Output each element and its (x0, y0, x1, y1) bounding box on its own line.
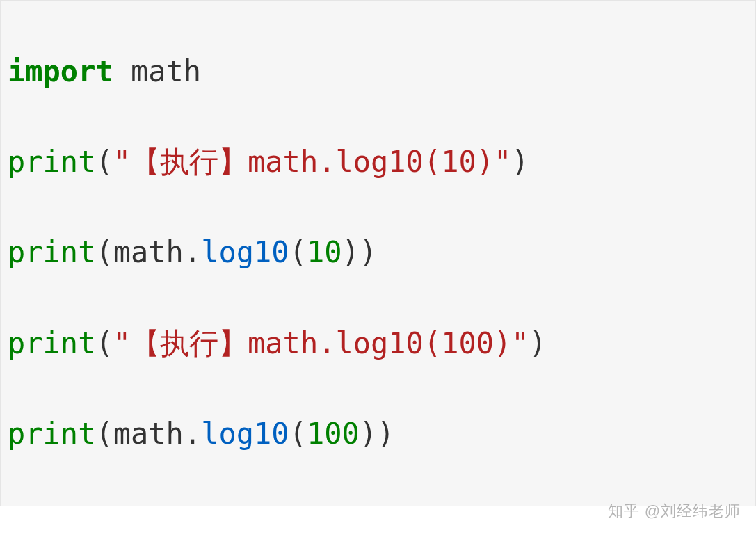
module-ref: math (113, 417, 184, 451)
paren-close: ) (511, 145, 529, 179)
paren-close: ) (342, 235, 360, 269)
paren-open: ( (95, 417, 113, 451)
code-line-1: import math (8, 49, 748, 94)
output-block: 【执行】math.log10(10) 1.0 【执行】math.log10(10… (0, 506, 756, 537)
paren-open: ( (95, 235, 113, 269)
string-literal: "【执行】math.log10(10)" (113, 145, 512, 179)
fn-print: print (8, 235, 95, 269)
dot: . (184, 235, 201, 269)
method-name: log10 (201, 417, 289, 451)
code-line-2: print("【执行】math.log10(10)") (8, 139, 748, 184)
code-line-3: print(math.log10(10)) (8, 230, 748, 275)
paren-close: ) (529, 326, 547, 360)
paren-close: ) (360, 235, 377, 269)
paren-open: ( (95, 145, 113, 179)
fn-print: print (8, 326, 95, 360)
method-name: log10 (201, 235, 289, 269)
number-literal: 10 (307, 235, 342, 269)
dot: . (184, 417, 201, 451)
number-literal: 100 (307, 417, 360, 451)
paren-open: ( (289, 417, 307, 451)
module-name: math (131, 54, 201, 88)
paren-close: ) (377, 417, 394, 451)
code-line-5: print(math.log10(100)) (8, 411, 748, 456)
keyword-import: import (8, 54, 113, 88)
fn-print: print (8, 145, 95, 179)
module-ref: math (113, 235, 184, 269)
paren-open: ( (95, 326, 113, 360)
code-block: import math print("【执行】math.log10(10)") … (0, 0, 756, 506)
space (113, 54, 131, 88)
code-line-4: print("【执行】math.log10(100)") (8, 321, 748, 366)
paren-close: ) (360, 417, 377, 451)
string-literal: "【执行】math.log10(100)" (113, 326, 529, 360)
paren-open: ( (289, 235, 307, 269)
fn-print: print (8, 417, 95, 451)
